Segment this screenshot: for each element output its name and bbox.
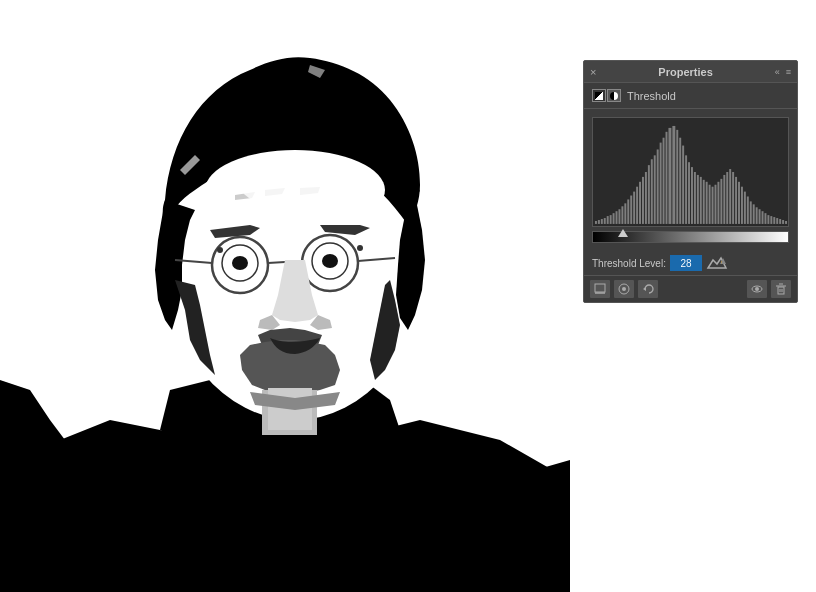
svg-point-5 bbox=[232, 256, 248, 270]
auto-button[interactable]: ! bbox=[706, 256, 728, 270]
svg-rect-71 bbox=[753, 204, 755, 224]
svg-rect-55 bbox=[706, 182, 708, 224]
svg-rect-28 bbox=[624, 203, 626, 224]
svg-rect-30 bbox=[630, 196, 632, 224]
svg-rect-78 bbox=[773, 217, 775, 224]
delete-button[interactable] bbox=[771, 280, 791, 298]
svg-rect-63 bbox=[729, 169, 731, 224]
panel-menu-button[interactable]: ≡ bbox=[786, 67, 791, 77]
svg-rect-75 bbox=[764, 213, 766, 224]
svg-rect-34 bbox=[642, 177, 644, 224]
svg-rect-66 bbox=[738, 182, 740, 224]
svg-rect-51 bbox=[694, 172, 696, 224]
svg-rect-76 bbox=[767, 215, 769, 224]
layer-name-label: Threshold bbox=[627, 90, 676, 102]
toolbar-left bbox=[590, 280, 658, 298]
svg-rect-70 bbox=[750, 201, 752, 224]
svg-rect-40 bbox=[660, 143, 662, 224]
svg-rect-62 bbox=[726, 172, 728, 224]
panel-collapse-button[interactable]: « bbox=[775, 67, 780, 77]
panel-header-row: Threshold bbox=[584, 83, 797, 109]
slider-handle[interactable] bbox=[618, 229, 628, 237]
svg-rect-58 bbox=[715, 185, 717, 224]
svg-rect-43 bbox=[668, 128, 671, 224]
svg-rect-53 bbox=[700, 177, 702, 224]
svg-rect-35 bbox=[645, 172, 647, 224]
svg-rect-32 bbox=[636, 187, 638, 224]
panel-close-button[interactable]: × bbox=[590, 66, 596, 78]
auto-icon: ! bbox=[706, 256, 728, 270]
svg-rect-49 bbox=[688, 162, 690, 224]
svg-rect-80 bbox=[779, 219, 781, 224]
svg-rect-19 bbox=[598, 220, 600, 224]
svg-rect-87 bbox=[595, 284, 605, 292]
histogram-container bbox=[592, 117, 789, 227]
svg-rect-72 bbox=[756, 207, 758, 224]
svg-rect-73 bbox=[759, 209, 761, 224]
svg-point-16 bbox=[240, 160, 360, 210]
svg-rect-42 bbox=[666, 132, 668, 224]
svg-rect-57 bbox=[712, 187, 714, 224]
svg-rect-24 bbox=[613, 213, 615, 224]
svg-point-93 bbox=[755, 287, 759, 291]
svg-rect-29 bbox=[627, 199, 629, 223]
svg-point-8 bbox=[322, 254, 338, 268]
svg-point-14 bbox=[217, 247, 223, 253]
svg-rect-50 bbox=[691, 167, 693, 224]
threshold-slider-area[interactable] bbox=[592, 231, 789, 247]
canvas-area: × Properties « ≡ Threshold bbox=[0, 0, 816, 592]
properties-panel: × Properties « ≡ Threshold bbox=[583, 60, 798, 303]
svg-marker-91 bbox=[643, 287, 646, 291]
svg-text:!: ! bbox=[721, 260, 722, 265]
threshold-level-row: Threshold Level: ! bbox=[584, 251, 797, 275]
svg-rect-46 bbox=[679, 138, 681, 224]
svg-rect-82 bbox=[785, 221, 787, 224]
svg-rect-52 bbox=[697, 175, 699, 224]
svg-rect-38 bbox=[654, 155, 656, 224]
svg-point-15 bbox=[357, 245, 363, 251]
histogram-svg bbox=[593, 118, 788, 226]
svg-rect-36 bbox=[648, 165, 650, 224]
svg-rect-47 bbox=[682, 146, 684, 224]
svg-rect-37 bbox=[651, 159, 653, 224]
svg-rect-25 bbox=[616, 211, 618, 224]
svg-rect-79 bbox=[776, 218, 778, 224]
threshold-value-input[interactable] bbox=[670, 255, 702, 271]
svg-rect-64 bbox=[732, 172, 734, 224]
svg-rect-48 bbox=[685, 155, 687, 224]
svg-rect-31 bbox=[633, 192, 635, 224]
reset-button[interactable] bbox=[638, 280, 658, 298]
svg-rect-27 bbox=[621, 206, 623, 224]
previous-state-button[interactable] bbox=[614, 280, 634, 298]
panel-titlebar: × Properties « ≡ bbox=[584, 61, 797, 83]
threshold-level-label: Threshold Level: bbox=[592, 258, 666, 269]
svg-rect-60 bbox=[720, 179, 722, 224]
svg-rect-94 bbox=[778, 287, 784, 294]
svg-rect-59 bbox=[717, 182, 719, 224]
svg-rect-69 bbox=[747, 196, 749, 223]
panel-bottom-toolbar bbox=[584, 275, 797, 302]
svg-rect-54 bbox=[703, 180, 705, 224]
portrait-container bbox=[0, 0, 570, 592]
svg-rect-67 bbox=[741, 187, 743, 224]
clip-to-layer-button[interactable] bbox=[590, 280, 610, 298]
svg-rect-77 bbox=[770, 216, 772, 224]
svg-rect-33 bbox=[639, 182, 641, 224]
toolbar-right bbox=[747, 280, 791, 298]
svg-rect-23 bbox=[610, 215, 612, 224]
portrait-svg bbox=[0, 0, 570, 592]
svg-rect-22 bbox=[607, 216, 609, 224]
svg-rect-45 bbox=[676, 130, 678, 224]
svg-rect-56 bbox=[709, 185, 711, 224]
visibility-toggle-button[interactable] bbox=[747, 280, 767, 298]
svg-rect-65 bbox=[735, 177, 737, 224]
svg-rect-44 bbox=[672, 126, 675, 224]
svg-rect-21 bbox=[604, 218, 606, 224]
svg-rect-61 bbox=[723, 175, 725, 224]
adjustment-layer-icon bbox=[592, 89, 621, 102]
svg-rect-41 bbox=[663, 138, 665, 224]
svg-rect-74 bbox=[762, 211, 764, 224]
svg-rect-39 bbox=[657, 149, 659, 223]
svg-point-90 bbox=[622, 287, 626, 291]
svg-rect-18 bbox=[595, 221, 597, 224]
